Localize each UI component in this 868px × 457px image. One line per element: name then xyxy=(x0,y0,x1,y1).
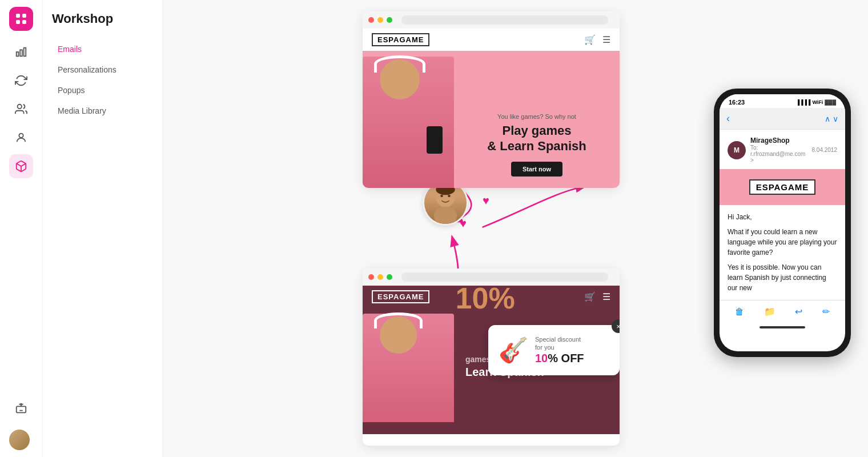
popup-modal-subtitle: Special discount for you xyxy=(535,335,584,352)
popup-emoji: 🎸 xyxy=(499,336,528,364)
popup-menu-icon: ☰ xyxy=(602,291,610,302)
phone-sender-avatar: M xyxy=(728,141,746,159)
svg-rect-4 xyxy=(17,52,19,56)
bot-icon xyxy=(15,402,27,415)
phone-back-button[interactable]: ‹ xyxy=(726,113,730,125)
popup-close-button[interactable]: × xyxy=(612,319,620,333)
phone-sender-name: MirageShop xyxy=(750,137,807,145)
svg-rect-5 xyxy=(20,50,22,56)
email-brand-logo: ESPAGAME xyxy=(372,33,429,46)
popup-line2: for you xyxy=(535,344,554,351)
email-navbar: ESPAGAME 🛒 ☰ xyxy=(363,29,620,51)
popup-girl-image xyxy=(363,308,454,422)
nav-personalizations[interactable]: Personalizations xyxy=(52,61,153,79)
phone-home-indicator xyxy=(760,326,805,328)
phone-reply-icon[interactable]: ↩ xyxy=(795,306,802,317)
email-girl-image xyxy=(363,51,454,188)
email-cta-button[interactable]: Start now xyxy=(511,162,562,177)
sidebar-item-automation[interactable] xyxy=(9,69,33,93)
email-hero-text: You like games? So why not Play games & … xyxy=(454,102,620,188)
svg-rect-10 xyxy=(17,406,26,412)
phone-sender-info: MirageShop To: r.rfrozmand@me.com > xyxy=(750,137,807,163)
svg-rect-2 xyxy=(16,20,20,24)
phone-nav-arrows: ∧ ∨ xyxy=(825,114,838,123)
phone-trash-icon[interactable]: 🗑 xyxy=(735,307,744,317)
svg-point-8 xyxy=(19,134,23,138)
sidebar-item-audience[interactable] xyxy=(9,97,33,121)
svg-point-7 xyxy=(18,105,22,109)
left-nav: Workshop Emails Personalizations Popups … xyxy=(43,0,163,457)
popup-brand-logo: ESPAGAME xyxy=(372,290,429,303)
email-subtitle: You like games? So why not xyxy=(471,113,602,120)
chart-icon xyxy=(15,46,27,58)
logo-icon xyxy=(14,12,28,26)
phone-next-icon[interactable]: ∨ xyxy=(833,114,838,123)
cart-icon: 🛒 xyxy=(584,34,596,45)
email-nav-icons: 🛒 ☰ xyxy=(584,34,610,45)
sidebar xyxy=(0,0,43,457)
main-content: ♥ ♥ ♥ ESPAGAME xyxy=(163,0,868,457)
svg-point-14 xyxy=(440,195,443,198)
email-browser-mockup: ESPAGAME 🛒 ☰ xyxy=(363,11,620,188)
app-logo[interactable] xyxy=(9,7,33,31)
email-hero: You like games? So why not Play games & … xyxy=(363,51,620,188)
phone-sender-row: M MirageShop To: r.rfrozmand@me.com > 8.… xyxy=(728,137,837,163)
heart-2: ♥ xyxy=(483,194,489,207)
refresh-icon xyxy=(15,74,27,87)
phone-brand-logo: ESPAGAME xyxy=(749,179,816,195)
popup-modal: × 🎸 Special discount for you 10% OFF xyxy=(488,325,620,375)
phone-compose-icon[interactable]: ✏ xyxy=(822,306,830,317)
popup-hero: games & Learn Spanish × 🎸 Special discou… xyxy=(363,308,620,422)
nav-emails[interactable]: Emails xyxy=(52,40,153,58)
popup-nav-icons: 🛒 ☰ xyxy=(584,291,610,302)
svg-rect-1 xyxy=(22,14,26,18)
phone-status-bar: 16:23 ▐▐▐▐ WiFi ▓▓▓ xyxy=(720,94,845,108)
battery-icon: ▓▓▓ xyxy=(825,99,836,105)
popup-dot-red xyxy=(368,274,374,280)
popup-dot-green xyxy=(387,274,392,280)
popup-content: 10% ESPAGAME 🛒 ☰ xyxy=(363,286,620,434)
phone-sender-to: To: r.rfrozmand@me.com > xyxy=(750,145,807,163)
audience-icon xyxy=(15,103,27,115)
sidebar-item-bot[interactable] xyxy=(9,396,33,420)
phone-status-icons: ▐▐▐▐ WiFi ▓▓▓ xyxy=(796,99,836,105)
sidebar-item-analytics[interactable] xyxy=(9,40,33,64)
svg-rect-0 xyxy=(16,14,20,18)
phone-email-header: ‹ ∧ ∨ xyxy=(720,108,845,130)
nav-media-library[interactable]: Media Library xyxy=(52,102,153,120)
svg-point-11 xyxy=(21,404,22,405)
popup-url-bar xyxy=(401,272,608,282)
sidebar-item-profile[interactable] xyxy=(9,126,33,150)
phone-bottom-toolbar: 🗑 📁 ↩ ✏ xyxy=(720,300,845,323)
popup-modal-text: Special discount for you 10% OFF xyxy=(535,335,584,365)
email-title-line2: & Learn Spanish xyxy=(487,139,586,153)
phone-time: 16:23 xyxy=(729,99,745,106)
svg-point-15 xyxy=(448,195,451,198)
user-avatar[interactable] xyxy=(9,430,30,450)
browser-url-bar xyxy=(401,15,608,25)
person-face xyxy=(424,182,467,224)
email-title: Play games & Learn Spanish xyxy=(471,123,602,154)
email-content-area: ESPAGAME 🛒 ☰ xyxy=(363,29,620,188)
phone-folder-icon[interactable]: 📁 xyxy=(764,306,775,317)
phone-prev-icon[interactable]: ∧ xyxy=(825,114,830,123)
popup-line1: Special discount xyxy=(535,336,581,343)
sidebar-item-workshop[interactable] xyxy=(9,154,33,178)
sidebar-bottom xyxy=(9,396,33,450)
phone-greeting: Hi Jack, xyxy=(728,212,837,222)
popup-browser-mockup: 10% ESPAGAME 🛒 ☰ xyxy=(363,268,620,446)
browser-bar-bottom xyxy=(363,268,620,286)
svg-rect-6 xyxy=(24,48,26,57)
svg-rect-3 xyxy=(22,20,26,24)
svg-point-13 xyxy=(434,206,457,225)
email-title-line1: Play games xyxy=(502,123,571,138)
phone-mockup: 16:23 ▐▐▐▐ WiFi ▓▓▓ ‹ ∧ ∨ M xyxy=(714,89,851,357)
browser-dot-green xyxy=(387,17,392,23)
nav-popups[interactable]: Popups xyxy=(52,81,153,99)
profile-icon xyxy=(15,131,27,144)
phone-screen: 16:23 ▐▐▐▐ WiFi ▓▓▓ ‹ ∧ ∨ M xyxy=(720,94,845,351)
browser-dot-red xyxy=(368,17,374,23)
popup-dot-yellow xyxy=(377,274,383,280)
popup-discount-label: 10% OFF xyxy=(535,352,584,365)
box-icon xyxy=(15,160,27,173)
